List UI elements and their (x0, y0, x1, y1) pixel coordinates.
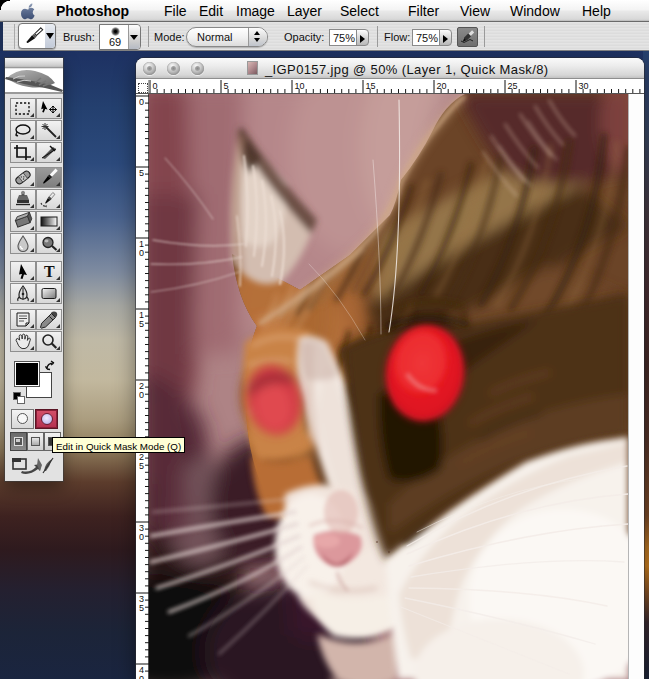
svg-text:0: 0 (139, 532, 144, 542)
svg-text:5: 5 (139, 461, 144, 471)
svg-text:5: 5 (139, 603, 144, 613)
svg-text:T: T (44, 263, 55, 280)
svg-text:0: 0 (139, 674, 144, 679)
svg-text:0: 0 (139, 390, 144, 400)
svg-text:0: 0 (139, 97, 144, 107)
svg-text:5: 5 (139, 168, 144, 178)
svg-text:5: 5 (139, 319, 144, 329)
svg-text:0: 0 (139, 248, 144, 258)
